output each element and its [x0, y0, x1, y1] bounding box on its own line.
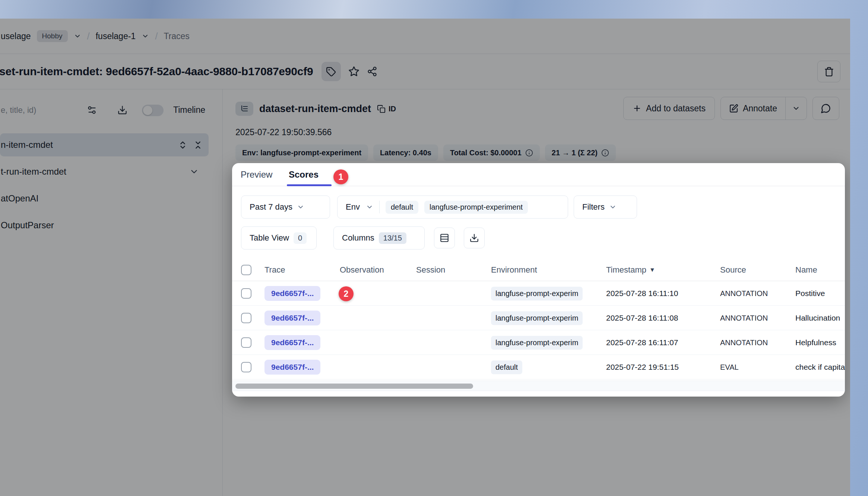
name-cell: check if capital — [795, 355, 845, 379]
env-chip-default[interactable]: default — [386, 201, 418, 214]
name-cell: Helpfulness — [795, 330, 836, 355]
header-environment[interactable]: Environment — [491, 259, 537, 281]
scores-panel: Preview Scores 1 Past 7 days Env — [232, 163, 845, 397]
source-cell: EVAL — [720, 355, 739, 379]
timestamp-cell: 2025-07-22 19:51:15 — [606, 355, 679, 379]
row-checkbox[interactable] — [241, 288, 251, 299]
date-range-label: Past 7 days — [250, 202, 292, 212]
source-cell: ANNOTATION — [720, 281, 768, 306]
divider — [379, 201, 380, 213]
filters-button[interactable]: Filters — [574, 195, 637, 219]
table-view-label: Table View — [250, 233, 289, 243]
source-cell: ANNOTATION — [720, 306, 768, 330]
header-source[interactable]: Source — [720, 259, 746, 281]
row-checkbox[interactable] — [241, 313, 251, 323]
env-filter-button[interactable]: Env default langfuse-prompt-experiment — [337, 195, 568, 219]
trace-id-badge[interactable]: 9ed6657f-... — [264, 311, 320, 325]
header-observation[interactable]: Observation — [340, 259, 384, 281]
table-view-count: 0 — [294, 232, 307, 244]
row-checkbox[interactable] — [241, 362, 251, 372]
name-cell: Hallucination — [795, 306, 840, 330]
columns-label: Columns — [342, 233, 374, 243]
chevron-down-icon — [366, 203, 373, 211]
table-row[interactable]: 9ed6657f-... default 2025-07-22 19:51:15… — [232, 355, 845, 379]
trace-id-badge[interactable]: 9ed6657f-... — [264, 335, 320, 350]
environment-badge: langfuse-prompt-experim — [491, 336, 583, 350]
export-button[interactable] — [464, 228, 485, 248]
select-all-checkbox[interactable] — [241, 265, 251, 275]
header-timestamp[interactable]: Timestamp ▼ — [606, 259, 655, 281]
columns-count: 13/15 — [379, 232, 406, 244]
timestamp-cell: 2025-07-28 16:11:07 — [606, 330, 678, 355]
header-session[interactable]: Session — [416, 259, 445, 281]
header-name[interactable]: Name — [795, 259, 817, 281]
table-row[interactable]: 9ed6657f-... langfuse-prompt-experim 202… — [232, 281, 845, 306]
table-row[interactable]: 9ed6657f-... langfuse-prompt-experim 202… — [232, 330, 845, 355]
chevron-down-icon — [297, 203, 304, 211]
horizontal-scrollbar — [232, 381, 845, 391]
table-row[interactable]: 9ed6657f-... langfuse-prompt-experim 202… — [232, 306, 845, 330]
tab-preview[interactable]: Preview — [241, 163, 272, 186]
app-window: uselage Hobby / fuselage-1 / Traces set-… — [0, 19, 850, 496]
environment-badge: langfuse-prompt-experim — [491, 311, 583, 325]
active-tab-indicator — [287, 184, 332, 186]
sort-desc-icon: ▼ — [649, 267, 655, 273]
table-view-button[interactable]: Table View 0 — [241, 226, 317, 249]
filters-label: Filters — [582, 202, 605, 212]
environment-badge: default — [491, 360, 522, 374]
timestamp-cell: 2025-07-28 16:11:08 — [606, 306, 678, 330]
trace-id-badge[interactable]: 9ed6657f-... — [264, 360, 320, 375]
environment-badge: langfuse-prompt-experim — [491, 287, 583, 301]
header-trace[interactable]: Trace — [264, 259, 285, 281]
row-height-button[interactable] — [434, 228, 455, 248]
annotation-step-2: 2 — [339, 286, 354, 301]
env-chip-experiment[interactable]: langfuse-prompt-experiment — [424, 201, 528, 214]
rows-icon — [440, 233, 449, 243]
source-cell: ANNOTATION — [720, 330, 768, 355]
tab-scores[interactable]: Scores — [289, 163, 319, 186]
columns-button[interactable]: Columns 13/15 — [333, 226, 425, 249]
desktop-wallpaper: uselage Hobby / fuselage-1 / Traces set-… — [0, 0, 868, 496]
annotation-step-1: 1 — [333, 169, 348, 184]
download-icon — [469, 233, 479, 243]
date-range-button[interactable]: Past 7 days — [241, 195, 330, 219]
env-filter-label: Env — [346, 202, 360, 212]
scrollbar-thumb[interactable] — [235, 384, 473, 389]
trace-id-badge[interactable]: 9ed6657f-... — [264, 286, 320, 301]
name-cell: Postitive — [795, 281, 825, 306]
row-checkbox[interactable] — [241, 337, 251, 348]
table-header: Trace Observation Session Environment Ti… — [232, 259, 845, 281]
chevron-down-icon — [609, 203, 617, 211]
timestamp-cell: 2025-07-28 16:11:10 — [606, 281, 678, 306]
tabs: Preview Scores — [232, 163, 845, 186]
